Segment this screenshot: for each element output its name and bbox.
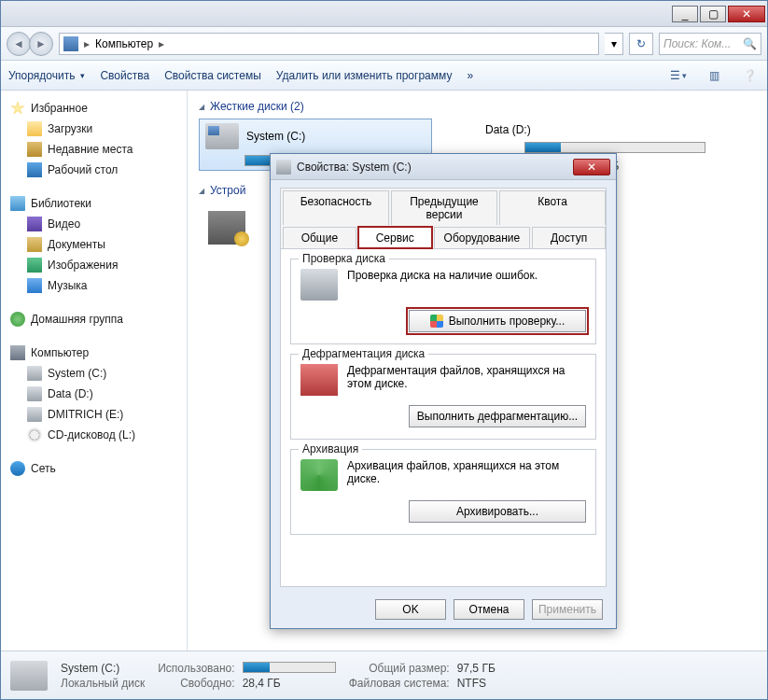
dialog-close-button[interactable]: ✕	[573, 159, 610, 175]
status-free-value: 28,4 ГБ	[243, 677, 336, 690]
sidebar-recent[interactable]: Недавние места	[5, 139, 183, 160]
minimize-button[interactable]: _	[672, 6, 698, 22]
status-total-value: 97,5 ГБ	[457, 662, 496, 675]
sidebar-libraries[interactable]: Библиотеки	[5, 193, 183, 214]
drive-icon	[10, 661, 48, 691]
address-bar[interactable]: ▸ Компьютер ▸	[59, 33, 599, 55]
document-icon	[27, 237, 42, 252]
device-icon	[208, 211, 245, 245]
folder-icon	[27, 121, 42, 136]
disk-check-icon	[300, 269, 338, 301]
desktop-icon	[27, 162, 42, 177]
command-bar: Упорядочить Свойства Свойства системы Уд…	[1, 61, 767, 91]
preview-pane-button[interactable]: ▥	[704, 66, 724, 85]
sidebar-drive-l[interactable]: CD-дисковод (L:)	[5, 425, 183, 445]
image-icon	[27, 258, 42, 273]
view-options-button[interactable]: ☰	[668, 66, 689, 85]
recent-icon	[27, 142, 42, 157]
backup-now-button[interactable]: Архивировать...	[409, 500, 586, 523]
backup-icon	[300, 459, 338, 491]
status-fs-label: Файловая система:	[349, 677, 450, 690]
address-history-button[interactable]: ▾	[605, 33, 623, 55]
check-disk-text: Проверка диска на наличие ошибок.	[347, 269, 538, 282]
sidebar-computer[interactable]: Компьютер	[5, 343, 183, 363]
defrag-now-button[interactable]: Выполнить дефрагментацию...	[409, 405, 586, 427]
chevron-right-icon: ▸	[159, 37, 164, 50]
homegroup-icon	[10, 312, 25, 327]
sidebar-documents[interactable]: Документы	[5, 234, 183, 255]
check-now-button[interactable]: Выполнить проверку...	[409, 310, 586, 332]
tab-sharing[interactable]: Доступ	[532, 227, 606, 248]
drive-icon	[276, 160, 291, 175]
group-defrag: Дефрагментация диска Дефрагментация файл…	[290, 354, 596, 440]
music-icon	[27, 278, 42, 293]
sidebar-drive-c[interactable]: System (C:)	[5, 363, 183, 384]
search-input[interactable]: Поиск: Ком... 🔍	[659, 33, 761, 55]
help-button[interactable]: ❔	[739, 66, 760, 85]
backup-text: Архивация файлов, хранящихся на этом дис…	[347, 459, 586, 485]
chevron-right-icon: ▸	[84, 37, 90, 50]
group-backup: Архивация Архивация файлов, хранящихся н…	[290, 449, 596, 535]
status-fs-value: NTFS	[457, 677, 496, 690]
breadcrumb-computer[interactable]: Компьютер	[95, 37, 153, 50]
search-icon: 🔍	[743, 37, 757, 50]
star-icon	[10, 101, 25, 116]
status-type: Локальный диск	[61, 677, 145, 690]
disc-icon	[27, 427, 42, 442]
details-pane: System (C:) Локальный диск Использовано:…	[1, 651, 767, 699]
sidebar-desktop[interactable]: Рабочий стол	[5, 160, 183, 180]
dialog-title: Свойства: System (C:)	[297, 161, 567, 174]
computer-icon	[10, 345, 25, 360]
drive-icon	[205, 123, 239, 149]
sidebar-network[interactable]: Сеть	[5, 458, 183, 479]
ok-button[interactable]: OK	[375, 599, 446, 620]
status-used-label: Использовано:	[158, 662, 234, 675]
tab-tools[interactable]: Сервис	[358, 227, 432, 248]
category-hard-drives[interactable]: Жесткие диски (2)	[199, 100, 761, 113]
sidebar-pictures[interactable]: Изображения	[5, 255, 183, 275]
drive-icon	[27, 366, 42, 381]
computer-icon	[63, 36, 78, 51]
status-usage-bar	[243, 662, 336, 673]
system-properties-button[interactable]: Свойства системы	[164, 69, 261, 82]
library-icon	[10, 196, 25, 211]
sidebar-drive-d[interactable]: Data (D:)	[5, 384, 183, 404]
status-total-label: Общий размер:	[349, 662, 450, 675]
video-icon	[27, 217, 42, 231]
tab-security[interactable]: Безопасность	[283, 190, 389, 225]
sidebar-drive-e[interactable]: DMITRICH (E:)	[5, 404, 183, 425]
nav-back-button[interactable]: ◄	[7, 32, 31, 56]
maximize-button[interactable]: ▢	[700, 6, 726, 22]
nav-bar: ◄ ► ▸ Компьютер ▸ ▾ ↻ Поиск: Ком... 🔍	[1, 27, 767, 61]
tab-hardware[interactable]: Оборудование	[434, 227, 531, 248]
sidebar-downloads[interactable]: Загрузки	[5, 119, 183, 139]
sidebar-video[interactable]: Видео	[5, 214, 183, 234]
tab-previous-versions[interactable]: Предыдущие версии	[391, 190, 497, 225]
uninstall-program-button[interactable]: Удалить или изменить программу	[276, 69, 453, 82]
refresh-button[interactable]: ↻	[629, 33, 653, 55]
status-name: System (C:)	[61, 662, 145, 675]
toolbar-overflow[interactable]: »	[467, 69, 473, 82]
apply-button[interactable]: Применить	[532, 599, 603, 620]
tab-quota[interactable]: Квота	[499, 190, 606, 225]
sidebar-homegroup[interactable]: Домашняя группа	[5, 309, 183, 329]
close-button[interactable]: ✕	[728, 6, 765, 22]
device-tile[interactable]	[199, 203, 255, 253]
status-free-label: Свободно:	[158, 677, 234, 690]
network-icon	[10, 461, 25, 476]
sidebar-favorites[interactable]: Избранное	[5, 98, 183, 119]
group-check-disk: Проверка диска Проверка диска на наличие…	[290, 259, 596, 344]
drive-icon	[27, 407, 42, 422]
tab-strip: Безопасность Предыдущие версии Квота Общ…	[281, 189, 606, 249]
shield-icon	[430, 315, 443, 328]
dialog-title-bar[interactable]: Свойства: System (C:) ✕	[271, 154, 616, 180]
nav-forward-button[interactable]: ►	[29, 32, 53, 56]
properties-button[interactable]: Свойства	[100, 69, 149, 82]
drive-usage-bar	[524, 142, 705, 153]
navigation-pane: Избранное Загрузки Недавние места Рабочи…	[1, 91, 188, 651]
tab-general[interactable]: Общие	[283, 227, 356, 248]
cancel-button[interactable]: Отмена	[454, 599, 524, 620]
title-bar: _ ▢ ✕	[1, 1, 767, 27]
sidebar-music[interactable]: Музыка	[5, 275, 183, 296]
organize-menu[interactable]: Упорядочить	[8, 69, 85, 82]
